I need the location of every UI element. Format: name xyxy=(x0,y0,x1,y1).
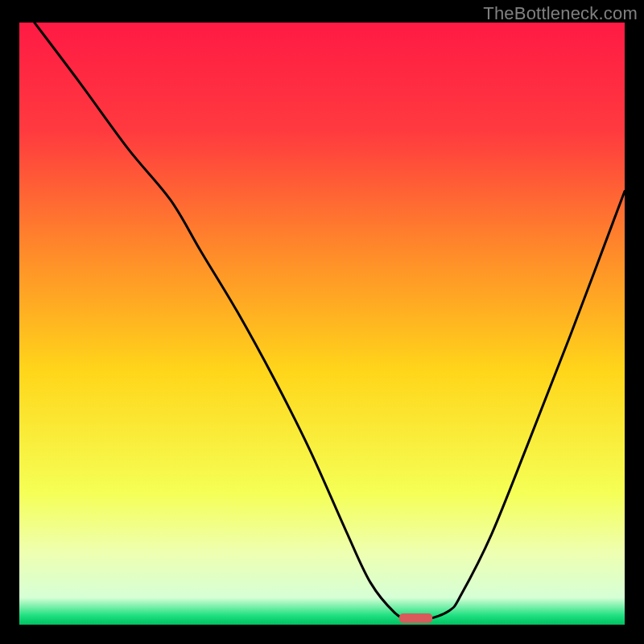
bottleneck-chart xyxy=(19,23,625,625)
gradient-background xyxy=(19,23,625,625)
site-watermark: TheBottleneck.com xyxy=(483,3,638,24)
optimal-marker xyxy=(399,613,432,623)
canvas: TheBottleneck.com xyxy=(0,0,644,644)
plot-area xyxy=(19,23,625,625)
